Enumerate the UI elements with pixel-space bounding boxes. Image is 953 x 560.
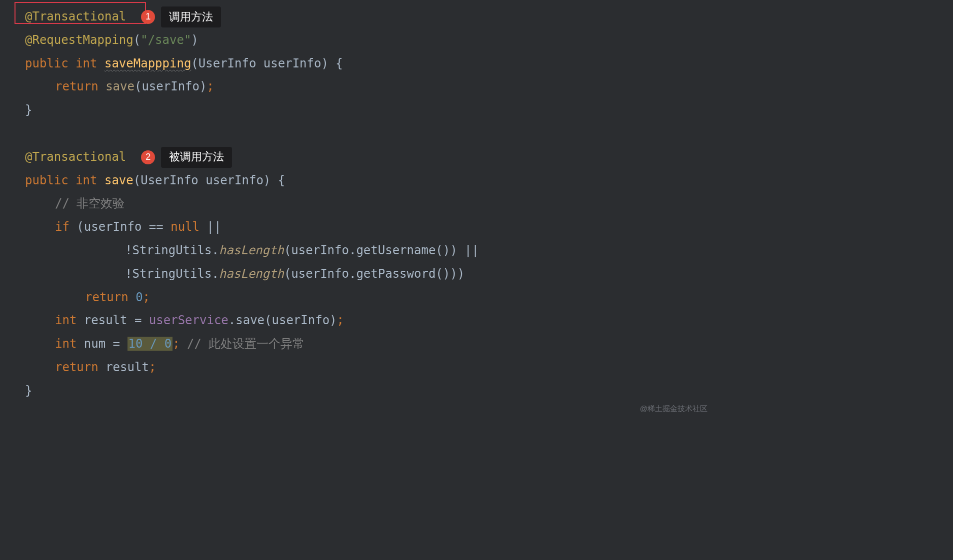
badge-2-label: 被调用方法 <box>161 147 232 168</box>
code-line-16: } <box>25 379 714 403</box>
code-line-10: !StringUtils.hasLength(userInfo.getUsern… <box>25 239 714 262</box>
badge-1-label: 调用方法 <box>161 6 221 27</box>
badge-1-number: 1 <box>141 10 155 24</box>
comment-exception: // 此处设置一个异常 <box>187 337 304 351</box>
code-line-11: !StringUtils.hasLength(userInfo.getPassw… <box>25 262 714 286</box>
code-line-12: return 0; <box>25 286 714 309</box>
method-save: save <box>104 173 134 187</box>
code-line-3: public int saveMappping(UserInfo userInf… <box>25 52 714 75</box>
code-line-7: public int save(UserInfo userInfo) { <box>25 169 714 192</box>
annotation-transactional: @Transactional <box>25 9 126 23</box>
code-line-13: int result = userService.save(userInfo); <box>25 309 714 332</box>
code-line-1: @Transactional1调用方法 <box>25 5 714 28</box>
annotation-transactional-2: @Transactional <box>25 150 126 164</box>
string-path: "/save" <box>140 33 191 47</box>
code-line-5: } <box>25 98 714 122</box>
annotation-requestmapping: @RequestMapping <box>25 33 134 47</box>
blank-line <box>25 122 714 145</box>
code-line-15: return result; <box>25 356 714 379</box>
code-line-2: @RequestMapping("/save") <box>25 28 714 52</box>
comment-validate: // 非空效验 <box>55 196 124 210</box>
highlight-division: 10 / 0 <box>128 337 173 351</box>
code-line-14: int num = 10 / 0; // 此处设置一个异常 <box>25 332 714 356</box>
code-line-9: if (userInfo == null || <box>25 215 714 239</box>
badge-2-number: 2 <box>141 150 155 164</box>
code-line-6: @Transactional2被调用方法 <box>25 145 714 169</box>
code-line-8: // 非空效验 <box>25 192 714 215</box>
field-userservice: userService <box>149 313 228 327</box>
watermark: @稀土掘金技术社区 <box>640 401 708 416</box>
code-line-4: return save(userInfo); <box>25 75 714 98</box>
method-savemapping: saveMappping <box>104 56 191 70</box>
